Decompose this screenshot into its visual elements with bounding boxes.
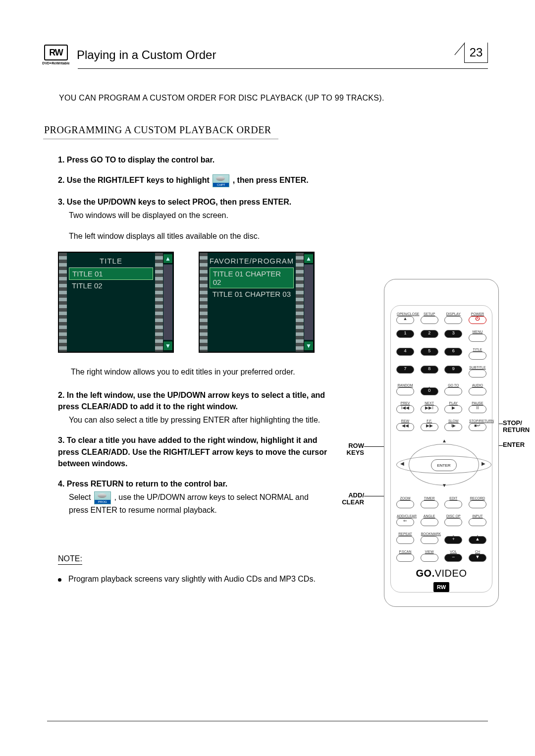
scroll-up-icon: ▲ bbox=[304, 254, 314, 264]
fav-row-2: TITLE 01 CHAPTER 03 bbox=[210, 288, 294, 300]
pause-button: II bbox=[469, 405, 486, 413]
fav-row-1: TITLE 01 CHAPTER 02 bbox=[210, 268, 294, 288]
rew-button: ◀◀ bbox=[396, 423, 414, 431]
vol-down-button: – bbox=[444, 554, 462, 562]
arrow-down-icon: ▼ bbox=[442, 483, 447, 488]
display-button bbox=[444, 316, 462, 324]
enter-button: ENTER bbox=[431, 459, 457, 471]
intro-text: YOU CAN PROGRAM A CUSTOM ORDER FOR DISC … bbox=[59, 94, 488, 103]
title-window: TITLE TITLE 01 TITLE 02 ▲ ▼ bbox=[58, 252, 174, 353]
play-button: ▶ bbox=[444, 405, 462, 413]
stop-return-button: ■↵ bbox=[469, 423, 486, 431]
view-button bbox=[421, 554, 438, 562]
subtitle-button bbox=[469, 370, 486, 378]
title-button bbox=[469, 352, 486, 360]
arrow-up-icon: ▲ bbox=[442, 438, 447, 443]
rw-logo-sub: DVD+ReWritable bbox=[42, 61, 69, 65]
num-8-button: 8 bbox=[421, 366, 438, 374]
note-body: Program playback screens vary slightly w… bbox=[58, 575, 329, 584]
scroll-down-icon: ▼ bbox=[304, 341, 314, 351]
num-4-button: 4 bbox=[396, 348, 414, 356]
vol-up-button: + bbox=[444, 536, 462, 544]
power-button: ⏻ bbox=[469, 316, 486, 324]
arrow-left-icon: ◀ bbox=[400, 461, 404, 466]
remote-diagram: ROW KEYS ADD/ CLEAR STOP/ RETURN ENTER O… bbox=[354, 279, 535, 607]
brand-rw-badge: RW bbox=[433, 582, 449, 592]
step-3: 3. Use the UP/DOWN keys to select PROG, … bbox=[58, 196, 329, 242]
prog-icon: PROG bbox=[94, 491, 111, 504]
num-1-button: 1 bbox=[396, 330, 414, 338]
step-1: 1. Press GO TO to display the control ba… bbox=[58, 154, 329, 165]
title-window-header: TITLE bbox=[69, 255, 153, 268]
repeat-button bbox=[396, 536, 414, 544]
header-rule bbox=[78, 68, 488, 69]
audio-button bbox=[469, 387, 486, 395]
add-clear-button: ⇐ bbox=[396, 518, 414, 526]
scroll-up-icon: ▲ bbox=[163, 254, 173, 264]
step-b2: 2. In the left window, use the UP/DOWN a… bbox=[58, 389, 329, 426]
num-0-button: 0 bbox=[421, 387, 438, 395]
ch-down-button: ▼ bbox=[469, 554, 486, 562]
brand-logo: GO.VIDEO bbox=[396, 568, 486, 579]
slow-button: I▶ bbox=[444, 423, 462, 431]
goto-button bbox=[444, 387, 462, 395]
ch-up-button: ▲ bbox=[469, 536, 486, 544]
input-button bbox=[469, 518, 486, 526]
num-5-button: 5 bbox=[421, 348, 438, 356]
page-title: Playing in a Custom Order bbox=[77, 48, 488, 62]
filmstrip-left bbox=[200, 253, 208, 352]
scroll-col: ▲ ▼ bbox=[304, 253, 314, 352]
callout-enter: ENTER bbox=[503, 441, 535, 448]
menu-button bbox=[469, 334, 486, 342]
num-9-button: 9 bbox=[444, 366, 462, 374]
rw-logo-text: RW bbox=[44, 45, 68, 60]
random-button bbox=[396, 387, 414, 395]
next-button: ▶▶I bbox=[421, 405, 438, 413]
num-2-button: 2 bbox=[421, 330, 438, 338]
filmstrip-left bbox=[59, 253, 67, 352]
bullet-icon bbox=[58, 578, 61, 582]
chpt-icon: CHPT bbox=[213, 174, 229, 187]
filmstrip-right bbox=[296, 253, 304, 352]
filmstrip-right bbox=[155, 253, 163, 352]
right-window-caption: The right window allows you to edit titl… bbox=[71, 368, 329, 377]
num-3-button: 3 bbox=[444, 330, 462, 338]
step-2: 2. Use the RIGHT/LEFT keys to highlight … bbox=[58, 174, 329, 187]
footer-rule bbox=[47, 721, 488, 721]
open-close-button: ▲ bbox=[396, 316, 414, 324]
rw-badge: RW DVD+ReWritable bbox=[42, 45, 70, 65]
page-number: 23 bbox=[464, 43, 488, 63]
favorite-window: FAVORITE/PROGRAM TITLE 01 CHAPTER 02 TIT… bbox=[199, 252, 315, 353]
favorite-window-header: FAVORITE/PROGRAM bbox=[210, 255, 294, 268]
edit-button bbox=[444, 500, 462, 508]
callout-add-clear: ADD/ CLEAR bbox=[334, 492, 364, 506]
scroll-down-icon: ▼ bbox=[163, 341, 173, 351]
discop-button bbox=[444, 518, 462, 526]
ff-button: ▶▶ bbox=[421, 423, 438, 431]
setup-button bbox=[421, 316, 438, 324]
num-6-button: 6 bbox=[444, 348, 462, 356]
callout-stop-return: STOP/ RETURN bbox=[503, 420, 535, 434]
osd-windows: TITLE TITLE 01 TITLE 02 ▲ ▼ FAVORITE/PRO… bbox=[58, 252, 329, 353]
step-b4: 4. Press RETURN to return to the control… bbox=[58, 478, 329, 516]
section-heading: PROGRAMMING A CUSTOM PLAYBACK ORDER bbox=[43, 122, 278, 139]
arrow-right-icon: ▶ bbox=[482, 461, 485, 466]
remote-row-1: OPEN/CLOSE▲ SETUP DISPLAY POWER⏻ bbox=[396, 312, 486, 324]
note-heading: NOTE: bbox=[58, 554, 82, 565]
callout-row-keys: ROW KEYS bbox=[334, 442, 364, 457]
record-button bbox=[469, 500, 486, 508]
angle-button bbox=[421, 518, 438, 526]
zoom-button bbox=[396, 500, 414, 508]
prev-button: I◀◀ bbox=[396, 405, 414, 413]
title-row-2: TITLE 02 bbox=[69, 280, 153, 291]
pscan-button bbox=[396, 554, 414, 562]
num-7-button: 7 bbox=[396, 366, 414, 374]
timer-button bbox=[421, 500, 438, 508]
step-b3: 3. To clear a title you have added to th… bbox=[58, 434, 329, 469]
bookmark-button bbox=[421, 536, 438, 544]
dpad: ▲ ▼ ◀ ▶ ENTER bbox=[396, 437, 490, 491]
scroll-col: ▲ ▼ bbox=[163, 253, 173, 352]
title-row-1: TITLE 01 bbox=[69, 268, 153, 280]
